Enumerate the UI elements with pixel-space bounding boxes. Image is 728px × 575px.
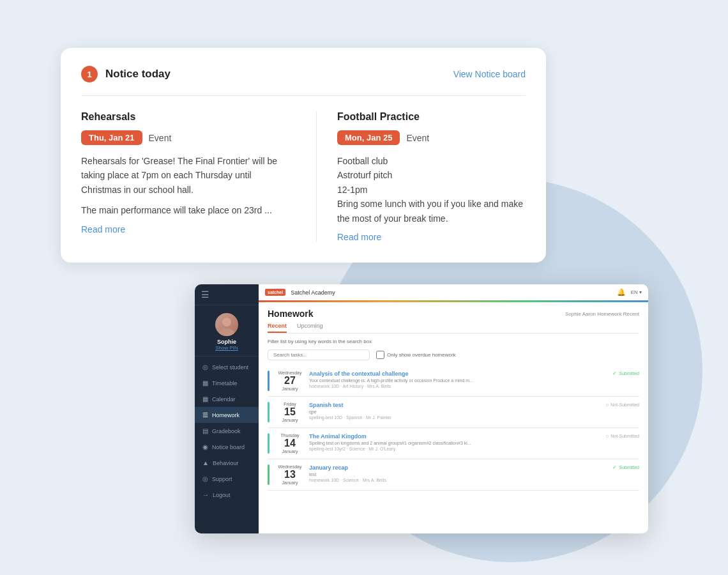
homework-tabs: Recent Upcoming [268, 323, 639, 334]
hw-item-4-num: 13 [284, 469, 296, 480]
notice-item-1-title: Rehearsals [81, 111, 291, 123]
hw-item-4-date: Wednesday 13 January [277, 464, 303, 485]
hw-item-3-meta: spelling-test 10yr2 · Science · Mr J. O'… [309, 447, 599, 451]
notification-bell-icon[interactable]: 🔔 [617, 288, 626, 296]
search-input[interactable] [268, 349, 370, 360]
homework-header: Homework Sophie Aaron Homework Recent [268, 309, 639, 319]
sidebar-item-label: Homework [212, 412, 239, 418]
sidebar-item-behaviour[interactable]: ▲ Behaviour [195, 455, 259, 471]
hw-item-4-meta: homework 10D · Science · Mrs A. Belts [309, 478, 606, 482]
hw-item-1-status: ✓ Submitted [612, 371, 639, 376]
notice-item-1-event-label: Event [149, 133, 172, 143]
hw-item-1-name[interactable]: Analysis of the contextual challenge [309, 371, 606, 377]
sidebar-item-label: Gradebook [212, 428, 241, 434]
sidebar: ☰ Sophie Show PIN ◎ Select student ▦ [195, 284, 259, 533]
status-circle-icon: ○ [605, 402, 609, 408]
timetable-icon: ▦ [202, 379, 208, 387]
avatar-image [215, 313, 238, 336]
app-window: ☰ Sophie Show PIN ◎ Select student ▦ [195, 284, 648, 533]
hw-item-1: Wednesday 27 January Analysis of the con… [268, 365, 639, 397]
hw-item-1-details: Analysis of the contextual challenge You… [309, 371, 606, 388]
hw-item-1-num: 27 [284, 375, 296, 386]
main-content: satchel Satchel Academy 🔔 EN ▾ Homework … [259, 284, 648, 533]
hw-item-2-status-label: Not-Submitted [610, 402, 639, 407]
app-top-bar: satchel Satchel Academy 🔔 EN ▾ [259, 284, 648, 302]
filter-label: Filter list by using key words in the se… [268, 339, 372, 344]
language-selector[interactable]: EN ▾ [631, 289, 642, 295]
breadcrumb: Sophie Aaron Homework Recent [565, 311, 639, 317]
notice-item-2-read-more[interactable]: Read more [337, 232, 526, 242]
hamburger-icon[interactable]: ☰ [201, 289, 209, 300]
notice-item-1-body2: The main performance will take place on … [81, 203, 291, 217]
hw-item-3-day: Thursday [277, 433, 303, 438]
homework-main: Homework Sophie Aaron Homework Recent Re… [259, 302, 648, 533]
tab-recent[interactable]: Recent [268, 323, 287, 333]
svg-point-0 [222, 318, 231, 326]
hw-item-2-day: Friday [277, 402, 303, 406]
sidebar-item-gradebook[interactable]: ▤ Gradebook [195, 423, 259, 439]
view-notice-board-link[interactable]: View Notice board [453, 69, 526, 79]
sidebar-nav: ◎ Select student ▦ Timetable ▦ Calendar … [195, 356, 259, 503]
sidebar-show-pin[interactable]: Show PIN [215, 345, 238, 351]
hw-item-3-date: Thursday 14 January [277, 433, 303, 454]
satchel-logo: satchel [265, 289, 285, 296]
notice-item-1-date-row: Thu, Jan 21 Event [81, 130, 291, 145]
sidebar-item-notice-board[interactable]: ◉ Notice board [195, 439, 259, 455]
hw-item-3-num: 14 [284, 438, 296, 448]
svg-point-1 [219, 328, 234, 336]
sidebar-item-logout[interactable]: → Logout [195, 487, 259, 503]
notice-count-badge: 1 [81, 66, 98, 82]
sidebar-item-select-student[interactable]: ◎ Select student [195, 359, 259, 375]
hw-item-3-month: January [277, 449, 303, 454]
sidebar-item-homework[interactable]: ☰ Homework [195, 407, 259, 423]
avatar [215, 313, 238, 336]
hw-item-4-status-label: Submitted [619, 465, 639, 470]
sidebar-top: ☰ [195, 284, 259, 305]
hw-item-4-name[interactable]: January recap [309, 464, 606, 471]
hw-item-3-desc: Spelling test on kingdoms and 2 animal g… [309, 441, 599, 445]
sidebar-item-label: Support [212, 476, 232, 482]
hw-item-2-date: Friday 15 January [277, 402, 303, 422]
overdue-checkbox-row: Only show overdue homework [376, 351, 456, 359]
notice-item-1-body1: Rehearsals for 'Grease! The Final Fronti… [81, 154, 291, 197]
notice-items-wrapper: Rehearsals Thu, Jan 21 Event Rehearsals … [81, 111, 526, 242]
notice-header-left: 1 Notice today [81, 66, 171, 82]
hw-item-3-accent [268, 433, 269, 454]
hw-item-4-desc: test [309, 472, 606, 477]
hw-item-1-meta: homework 10D · Art History · Mrs A. Belt… [309, 384, 606, 388]
notice-divider [81, 95, 526, 96]
hw-item-2-num: 15 [284, 406, 296, 417]
hw-item-4: Wednesday 13 January January recap test … [268, 459, 639, 491]
tab-upcoming[interactable]: Upcoming [297, 323, 323, 333]
status-check-icon-2: ✓ [612, 464, 617, 470]
hw-item-1-month: January [277, 387, 303, 391]
hw-item-1-day: Wednesday [277, 371, 303, 375]
notice-item-2-event-label: Event [406, 133, 429, 143]
status-circle-icon-2: ○ [605, 433, 609, 439]
hw-item-4-day: Wednesday [277, 464, 303, 469]
sidebar-item-label: Calendar [212, 396, 236, 402]
hw-item-3-details: The Animal Kingdom Spelling test on king… [309, 433, 599, 451]
sidebar-item-support[interactable]: ◎ Support [195, 471, 259, 487]
hw-item-1-desc: Your contextual challenge is: A high-pro… [309, 378, 606, 383]
search-row: Only show overdue homework [268, 349, 639, 360]
hw-item-1-status-label: Submitted [619, 371, 639, 376]
hw-item-3-name[interactable]: The Animal Kingdom [309, 433, 599, 440]
sidebar-item-calendar[interactable]: ▦ Calendar [195, 391, 259, 407]
hw-item-3-status: ○ Not-Submitted [605, 433, 639, 439]
homework-page-title: Homework [268, 309, 314, 319]
gradebook-icon: ▤ [202, 427, 208, 434]
hw-item-1-accent [268, 371, 269, 391]
notice-card-title: Notice today [105, 68, 171, 80]
sidebar-item-timetable[interactable]: ▦ Timetable [195, 375, 259, 391]
notice-header: 1 Notice today View Notice board [81, 66, 526, 82]
status-check-icon: ✓ [612, 371, 617, 376]
notice-item-1-read-more[interactable]: Read more [81, 224, 291, 234]
sidebar-profile-name: Sophie [217, 339, 236, 345]
hw-item-2-name[interactable]: Spanish test [309, 402, 599, 408]
overdue-checkbox[interactable] [376, 351, 384, 359]
top-bar-right: 🔔 EN ▾ [617, 288, 642, 296]
notice-item-2-date-row: Mon, Jan 25 Event [337, 130, 526, 145]
behaviour-icon: ▲ [202, 459, 209, 466]
avatar-svg [215, 313, 238, 336]
